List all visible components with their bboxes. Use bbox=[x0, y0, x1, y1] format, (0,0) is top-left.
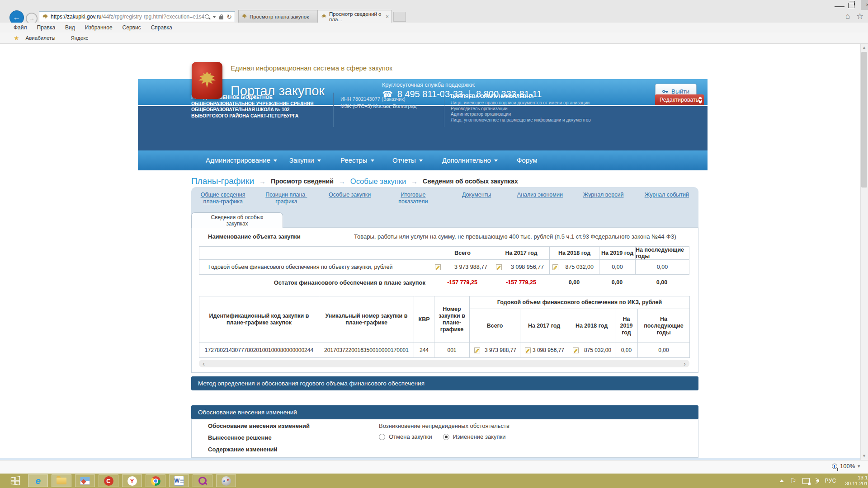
tab-documents[interactable]: Документы bbox=[445, 192, 508, 198]
chevron-down-icon bbox=[371, 160, 374, 162]
taskbar-ie-button[interactable]: e bbox=[28, 474, 48, 487]
edit-pencil-icon[interactable] bbox=[525, 347, 531, 353]
nav-registries[interactable]: Реестры bbox=[340, 156, 374, 164]
window-restore-button[interactable] bbox=[848, 3, 854, 8]
tab-special-details-active[interactable]: Сведения об особых закупках bbox=[191, 212, 283, 228]
tab-version-log[interactable]: Журнал версий bbox=[572, 192, 635, 198]
chevron-down-icon[interactable] bbox=[212, 16, 216, 18]
ie-icon: e bbox=[35, 476, 41, 485]
menu-tools[interactable]: Сервис bbox=[123, 24, 141, 31]
address-bar[interactable]: https://zakupki.gov.ru/44fz/rpg/registry… bbox=[39, 11, 235, 22]
scroll-up-icon[interactable]: ▲ bbox=[862, 45, 866, 50]
site-favicon-icon bbox=[42, 14, 48, 20]
menu-view[interactable]: Вид bbox=[65, 24, 75, 31]
horizontal-scrollbar[interactable]: ‹ › bbox=[199, 360, 689, 367]
tab-close-icon[interactable]: × bbox=[384, 14, 389, 20]
search-icon[interactable] bbox=[205, 14, 209, 19]
radio-change-label[interactable]: Изменение закупки bbox=[453, 433, 506, 440]
window-close-button[interactable]: × bbox=[861, 0, 868, 10]
breadcrumb-special-purchases-link[interactable]: Особые закупки bbox=[350, 177, 406, 186]
edit-pencil-icon[interactable] bbox=[474, 347, 480, 353]
action-center-flag-icon[interactable]: ⚐ bbox=[790, 477, 796, 484]
radio-cancel-purchase[interactable] bbox=[379, 434, 385, 440]
menu-edit[interactable]: Правка bbox=[37, 24, 56, 31]
scroll-left-icon[interactable]: ‹ bbox=[203, 360, 205, 367]
nav-purchases[interactable]: Закупки bbox=[289, 156, 321, 164]
tray-expand-icon[interactable] bbox=[779, 479, 784, 482]
browser-tab-plan[interactable]: Просмотр плана закупок bbox=[238, 10, 318, 23]
edit-button[interactable]: Редактировать bbox=[655, 94, 704, 105]
refresh-icon[interactable]: ↻ bbox=[226, 14, 232, 20]
nav-administration[interactable]: Администрирование bbox=[206, 156, 277, 164]
radio-change-purchase-selected[interactable] bbox=[443, 434, 449, 440]
taskbar-paint-button[interactable] bbox=[216, 474, 236, 487]
section-changes-header[interactable]: Обоснование внесения изменений bbox=[191, 405, 698, 419]
language-indicator[interactable]: РУС bbox=[825, 478, 836, 484]
edit-pencil-icon[interactable] bbox=[552, 264, 558, 270]
zoom-control[interactable]: 100% ▾ bbox=[832, 463, 860, 469]
taskbar-yandex-button[interactable]: Y bbox=[122, 474, 142, 487]
section-method-header[interactable]: Метод определения и обоснования годового… bbox=[191, 376, 698, 390]
taskbar-word-button[interactable]: W bbox=[169, 474, 189, 487]
new-tab-button[interactable] bbox=[393, 12, 406, 22]
col-unique-number: Уникальный номер закупки в плане-графике bbox=[319, 296, 414, 343]
taskbar-search-app-button[interactable] bbox=[193, 474, 212, 487]
network-icon[interactable] bbox=[802, 478, 810, 484]
balance-row: Остаток финансового обеспечения в плане … bbox=[199, 276, 689, 289]
home-icon[interactable]: ⌂ bbox=[845, 12, 850, 20]
window-titlebar[interactable] bbox=[0, 0, 868, 10]
breadcrumb-arrow-icon: → bbox=[339, 178, 345, 185]
balance-2019: 0,00 bbox=[599, 279, 635, 286]
favorites-star-icon[interactable]: ☆ bbox=[856, 12, 863, 21]
menu-file[interactable]: Файл bbox=[14, 24, 27, 31]
reason-label: Обоснование внесения изменений bbox=[208, 422, 310, 429]
favorite-yandex[interactable]: Яндекс bbox=[71, 35, 88, 41]
edit-pencil-icon[interactable] bbox=[573, 347, 579, 353]
object-name-label: Наименование объекта закупки bbox=[208, 233, 301, 240]
menu-help[interactable]: Справка bbox=[151, 24, 172, 31]
scrollbar-thumb[interactable] bbox=[861, 52, 867, 188]
tab-totals[interactable]: Итоговые показатели bbox=[382, 192, 445, 205]
menu-favorites[interactable]: Избранное bbox=[85, 24, 113, 31]
row-label: Годовой объем финансового обеспечения по… bbox=[199, 260, 432, 274]
cell-ikz: 172780214307778020100100080000000244 bbox=[199, 343, 319, 357]
user-role: Руководитель организации bbox=[451, 106, 591, 112]
balance-total: -157 779,25 bbox=[432, 279, 493, 286]
system-tray: ⚐ РУС 13:13 30.11.2017 bbox=[779, 475, 868, 487]
gold-star-icon[interactable]: ★ bbox=[14, 34, 19, 42]
coat-of-arms-logo-icon[interactable] bbox=[192, 62, 222, 99]
radio-cancel-label[interactable]: Отмена закупки bbox=[389, 433, 432, 440]
tab-positions[interactable]: Позиции плана-графика bbox=[255, 192, 318, 205]
favorite-aviabilety[interactable]: Авиабилеты bbox=[26, 35, 56, 41]
tab-savings-analysis[interactable]: Анализ экономии bbox=[508, 192, 571, 198]
col-kvr: КВР bbox=[414, 296, 434, 343]
magnifier-icon bbox=[198, 477, 207, 485]
screen: × ← → https://zakupki.gov.ru/44fz/rpg/re… bbox=[0, 0, 868, 488]
edit-dropdown-icon[interactable] bbox=[698, 97, 702, 103]
volume-icon[interactable] bbox=[816, 478, 818, 483]
taskbar-consultant-button[interactable]: C bbox=[99, 474, 118, 487]
scroll-down-icon[interactable]: ▼ bbox=[862, 454, 866, 458]
nav-reports[interactable]: Отчеты bbox=[392, 156, 423, 164]
taskbar-chrome-button[interactable] bbox=[146, 474, 165, 487]
taskbar-explorer-button[interactable] bbox=[52, 474, 71, 487]
edit-pencil-icon[interactable] bbox=[435, 264, 441, 270]
breadcrumb-plans-link[interactable]: Планы-графики bbox=[191, 176, 254, 186]
taskbar-photo-viewer-button[interactable] bbox=[75, 474, 95, 487]
window-minimize-button[interactable] bbox=[835, 3, 844, 7]
nav-additional[interactable]: Дополнительно bbox=[442, 156, 498, 164]
tab-special-purchases[interactable]: Особые закупки bbox=[318, 192, 382, 198]
clock[interactable]: 13:13 30.11.2017 bbox=[843, 475, 868, 487]
scroll-right-icon[interactable]: › bbox=[684, 360, 686, 367]
taskbar: e C Y W ⚐ РУС 13:13 30.11.2017 bbox=[0, 474, 868, 488]
nav-forum[interactable]: Форум bbox=[517, 156, 538, 164]
tab-event-log[interactable]: Журнал событий bbox=[635, 192, 698, 198]
word-icon: W bbox=[174, 476, 184, 486]
value-total: 3 973 988,77 bbox=[454, 264, 487, 270]
zoom-caret-icon[interactable]: ▾ bbox=[858, 464, 860, 469]
edit-pencil-icon[interactable] bbox=[496, 264, 502, 270]
browser-tab-details-active[interactable]: Просмотр сведений о пла... × bbox=[318, 10, 392, 23]
cell-later: 0,00 bbox=[638, 343, 689, 357]
start-button[interactable] bbox=[6, 474, 24, 487]
tab-general-info[interactable]: Общие сведения плана-графика bbox=[191, 192, 255, 205]
